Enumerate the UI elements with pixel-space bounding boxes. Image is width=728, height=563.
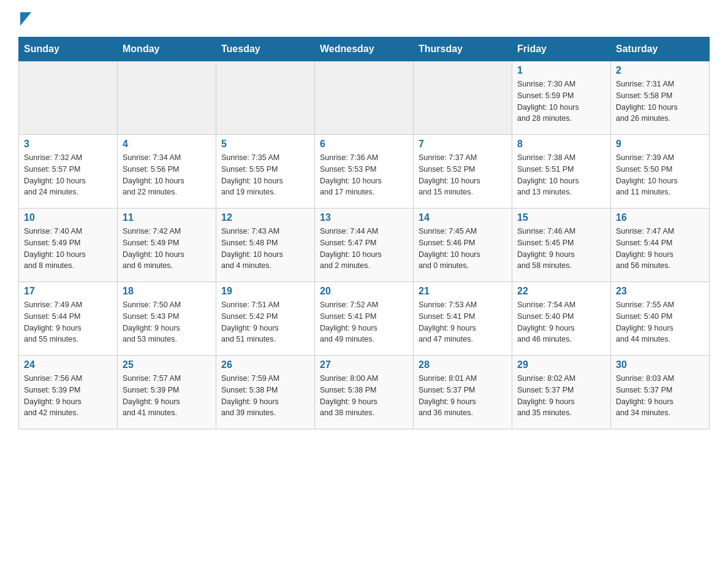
day-info: Sunrise: 7:46 AMSunset: 5:45 PMDaylight:… bbox=[517, 226, 605, 272]
day-info: Sunrise: 7:31 AMSunset: 5:58 PMDaylight:… bbox=[616, 79, 704, 124]
calendar-cell bbox=[118, 61, 216, 135]
calendar-cell: 22Sunrise: 7:54 AMSunset: 5:40 PMDayligh… bbox=[512, 282, 611, 356]
day-info: Sunrise: 7:37 AMSunset: 5:52 PMDaylight:… bbox=[419, 152, 507, 198]
day-number: 29 bbox=[517, 359, 605, 370]
logo bbox=[18, 12, 31, 25]
day-number: 17 bbox=[24, 286, 112, 297]
calendar-cell: 9Sunrise: 7:39 AMSunset: 5:50 PMDaylight… bbox=[611, 135, 710, 209]
week-row-4: 17Sunrise: 7:49 AMSunset: 5:44 PMDayligh… bbox=[19, 282, 710, 356]
calendar-cell: 16Sunrise: 7:47 AMSunset: 5:44 PMDayligh… bbox=[611, 209, 710, 282]
day-number: 10 bbox=[24, 212, 112, 223]
day-number: 27 bbox=[320, 359, 408, 370]
calendar-cell: 25Sunrise: 7:57 AMSunset: 5:39 PMDayligh… bbox=[118, 356, 216, 429]
day-info: Sunrise: 8:01 AMSunset: 5:37 PMDaylight:… bbox=[419, 373, 507, 419]
day-number: 20 bbox=[320, 286, 408, 297]
day-number: 26 bbox=[221, 359, 309, 370]
day-info: Sunrise: 7:40 AMSunset: 5:49 PMDaylight:… bbox=[24, 226, 112, 272]
day-info: Sunrise: 7:47 AMSunset: 5:44 PMDaylight:… bbox=[616, 226, 704, 272]
day-of-week-thursday: Thursday bbox=[414, 37, 512, 61]
day-number: 6 bbox=[320, 139, 408, 150]
day-info: Sunrise: 7:44 AMSunset: 5:47 PMDaylight:… bbox=[320, 226, 408, 272]
day-number: 11 bbox=[123, 212, 211, 223]
calendar-cell bbox=[315, 61, 414, 135]
day-info: Sunrise: 7:52 AMSunset: 5:41 PMDaylight:… bbox=[320, 299, 408, 345]
week-row-5: 24Sunrise: 7:56 AMSunset: 5:39 PMDayligh… bbox=[19, 356, 710, 429]
day-info: Sunrise: 7:55 AMSunset: 5:40 PMDaylight:… bbox=[616, 299, 704, 345]
day-number: 23 bbox=[616, 286, 704, 297]
day-number: 1 bbox=[517, 65, 605, 76]
calendar-cell: 5Sunrise: 7:35 AMSunset: 5:55 PMDaylight… bbox=[216, 135, 315, 209]
day-number: 14 bbox=[419, 212, 507, 223]
day-info: Sunrise: 7:36 AMSunset: 5:53 PMDaylight:… bbox=[320, 152, 408, 198]
day-number: 9 bbox=[616, 139, 704, 150]
day-number: 18 bbox=[123, 286, 211, 297]
calendar-cell: 13Sunrise: 7:44 AMSunset: 5:47 PMDayligh… bbox=[315, 209, 414, 282]
day-number: 21 bbox=[419, 286, 507, 297]
day-info: Sunrise: 7:57 AMSunset: 5:39 PMDaylight:… bbox=[123, 373, 211, 419]
day-number: 16 bbox=[616, 212, 704, 223]
day-info: Sunrise: 7:32 AMSunset: 5:57 PMDaylight:… bbox=[24, 152, 112, 198]
calendar-cell: 2Sunrise: 7:31 AMSunset: 5:58 PMDaylight… bbox=[611, 61, 710, 135]
day-of-week-wednesday: Wednesday bbox=[315, 37, 414, 61]
calendar-cell: 24Sunrise: 7:56 AMSunset: 5:39 PMDayligh… bbox=[19, 356, 118, 429]
calendar-cell: 26Sunrise: 7:59 AMSunset: 5:38 PMDayligh… bbox=[216, 356, 315, 429]
day-number: 24 bbox=[24, 359, 112, 370]
day-number: 22 bbox=[517, 286, 605, 297]
calendar-cell bbox=[19, 61, 118, 135]
day-number: 28 bbox=[419, 359, 507, 370]
calendar-cell: 30Sunrise: 8:03 AMSunset: 5:37 PMDayligh… bbox=[611, 356, 710, 429]
calendar-cell: 8Sunrise: 7:38 AMSunset: 5:51 PMDaylight… bbox=[512, 135, 611, 209]
svg-marker-0 bbox=[20, 12, 31, 26]
day-of-week-tuesday: Tuesday bbox=[216, 37, 315, 61]
calendar-cell: 10Sunrise: 7:40 AMSunset: 5:49 PMDayligh… bbox=[19, 209, 118, 282]
calendar-body: 1Sunrise: 7:30 AMSunset: 5:59 PMDaylight… bbox=[19, 61, 710, 429]
day-info: Sunrise: 7:43 AMSunset: 5:48 PMDaylight:… bbox=[221, 226, 309, 272]
day-info: Sunrise: 7:59 AMSunset: 5:38 PMDaylight:… bbox=[221, 373, 309, 419]
day-info: Sunrise: 7:45 AMSunset: 5:46 PMDaylight:… bbox=[419, 226, 507, 272]
calendar-cell: 1Sunrise: 7:30 AMSunset: 5:59 PMDaylight… bbox=[512, 61, 611, 135]
day-info: Sunrise: 7:54 AMSunset: 5:40 PMDaylight:… bbox=[517, 299, 605, 345]
day-number: 8 bbox=[517, 139, 605, 150]
day-info: Sunrise: 7:42 AMSunset: 5:49 PMDaylight:… bbox=[123, 226, 211, 272]
day-of-week-sunday: Sunday bbox=[19, 37, 118, 61]
days-of-week-row: SundayMondayTuesdayWednesdayThursdayFrid… bbox=[19, 37, 710, 61]
calendar-cell: 11Sunrise: 7:42 AMSunset: 5:49 PMDayligh… bbox=[118, 209, 216, 282]
calendar-cell: 6Sunrise: 7:36 AMSunset: 5:53 PMDaylight… bbox=[315, 135, 414, 209]
day-number: 30 bbox=[616, 359, 704, 370]
week-row-2: 3Sunrise: 7:32 AMSunset: 5:57 PMDaylight… bbox=[19, 135, 710, 209]
calendar-cell: 7Sunrise: 7:37 AMSunset: 5:52 PMDaylight… bbox=[414, 135, 512, 209]
day-info: Sunrise: 7:51 AMSunset: 5:42 PMDaylight:… bbox=[221, 299, 309, 345]
day-number: 13 bbox=[320, 212, 408, 223]
day-of-week-monday: Monday bbox=[118, 37, 216, 61]
day-info: Sunrise: 7:50 AMSunset: 5:43 PMDaylight:… bbox=[123, 299, 211, 345]
calendar-cell: 14Sunrise: 7:45 AMSunset: 5:46 PMDayligh… bbox=[414, 209, 512, 282]
calendar-cell: 27Sunrise: 8:00 AMSunset: 5:38 PMDayligh… bbox=[315, 356, 414, 429]
calendar-cell: 17Sunrise: 7:49 AMSunset: 5:44 PMDayligh… bbox=[19, 282, 118, 356]
calendar-cell bbox=[414, 61, 512, 135]
calendar-cell: 28Sunrise: 8:01 AMSunset: 5:37 PMDayligh… bbox=[414, 356, 512, 429]
day-info: Sunrise: 8:03 AMSunset: 5:37 PMDaylight:… bbox=[616, 373, 704, 419]
calendar-cell: 3Sunrise: 7:32 AMSunset: 5:57 PMDaylight… bbox=[19, 135, 118, 209]
day-info: Sunrise: 8:02 AMSunset: 5:37 PMDaylight:… bbox=[517, 373, 605, 419]
day-of-week-friday: Friday bbox=[512, 37, 611, 61]
week-row-3: 10Sunrise: 7:40 AMSunset: 5:49 PMDayligh… bbox=[19, 209, 710, 282]
calendar-header: SundayMondayTuesdayWednesdayThursdayFrid… bbox=[19, 37, 710, 61]
day-number: 2 bbox=[616, 65, 704, 76]
calendar-cell: 19Sunrise: 7:51 AMSunset: 5:42 PMDayligh… bbox=[216, 282, 315, 356]
day-info: Sunrise: 7:38 AMSunset: 5:51 PMDaylight:… bbox=[517, 152, 605, 198]
day-info: Sunrise: 7:35 AMSunset: 5:55 PMDaylight:… bbox=[221, 152, 309, 198]
day-info: Sunrise: 7:30 AMSunset: 5:59 PMDaylight:… bbox=[517, 79, 605, 124]
day-number: 5 bbox=[221, 139, 309, 150]
day-info: Sunrise: 8:00 AMSunset: 5:38 PMDaylight:… bbox=[320, 373, 408, 419]
day-of-week-saturday: Saturday bbox=[611, 37, 710, 61]
calendar-cell: 20Sunrise: 7:52 AMSunset: 5:41 PMDayligh… bbox=[315, 282, 414, 356]
day-number: 3 bbox=[24, 139, 112, 150]
day-info: Sunrise: 7:39 AMSunset: 5:50 PMDaylight:… bbox=[616, 152, 704, 198]
day-number: 4 bbox=[123, 139, 211, 150]
calendar-cell: 15Sunrise: 7:46 AMSunset: 5:45 PMDayligh… bbox=[512, 209, 611, 282]
calendar-cell bbox=[216, 61, 315, 135]
calendar-cell: 18Sunrise: 7:50 AMSunset: 5:43 PMDayligh… bbox=[118, 282, 216, 356]
day-info: Sunrise: 7:49 AMSunset: 5:44 PMDaylight:… bbox=[24, 299, 112, 345]
calendar-cell: 23Sunrise: 7:55 AMSunset: 5:40 PMDayligh… bbox=[611, 282, 710, 356]
day-number: 19 bbox=[221, 286, 309, 297]
